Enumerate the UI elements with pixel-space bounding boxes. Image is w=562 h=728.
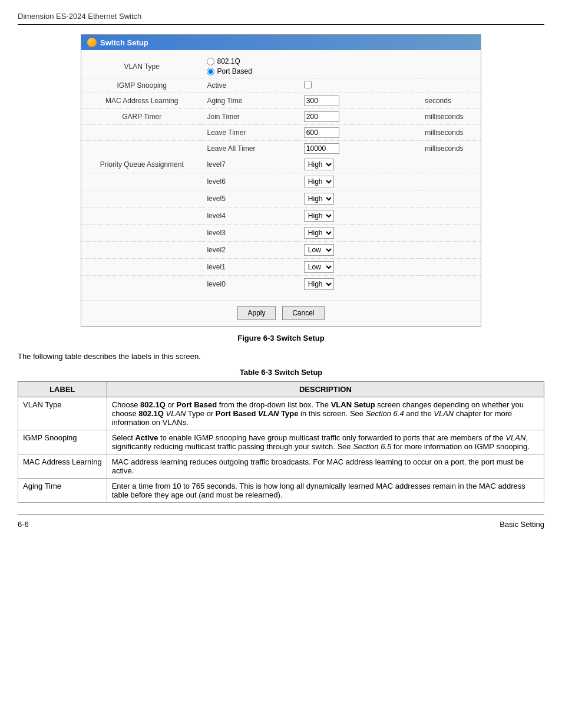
priority-level-select[interactable]: HighLow (304, 278, 334, 290)
join-timer-unit: milliseconds (420, 109, 481, 125)
switch-setup-title-text: Switch Setup (100, 38, 148, 47)
aging-time-unit: seconds (420, 93, 481, 109)
priority-level-name: level7 (202, 156, 299, 173)
leave-all-timer-row: Leave All Timer 10000 milliseconds (81, 141, 481, 157)
vlan-portbased-radio[interactable] (207, 68, 214, 75)
vlan-portbased-label: Port Based (217, 67, 252, 75)
figure-caption: Figure 6-3 Switch Setup (18, 334, 544, 342)
priority-level-select[interactable]: HighLow (304, 176, 334, 187)
page-footer: 6-6 Basic Setting (18, 515, 544, 529)
priority-queue-label: Priority Queue Assignment (81, 156, 202, 173)
join-timer-row: GARP Timer Join Timer 200 milliseconds (81, 109, 481, 125)
priority-level-select[interactable]: HighLow (304, 244, 334, 256)
leave-timer-label: Leave Timer (202, 125, 299, 141)
igmp-active-label: Active (202, 78, 299, 93)
desc-table-row: MAC Address LearningMAC address learning… (18, 454, 544, 479)
priority-level-row: Priority Queue Assignmentlevel7HighLow (81, 156, 481, 173)
igmp-snooping-row: IGMP Snooping Active (81, 78, 481, 93)
vlan-type-row: VLAN Type 802.1Q Port Based (81, 55, 481, 78)
form-buttons: Apply Cancel (81, 301, 481, 320)
switch-setup-form: VLAN Type 802.1Q Port Based IGMP Snoopin… (81, 55, 481, 156)
priority-level-row: level5HighLow (81, 190, 481, 207)
priority-level-select[interactable]: HighLow (304, 261, 334, 273)
priority-queue-table: Priority Queue Assignmentlevel7HighLowle… (81, 156, 481, 292)
priority-level-row: level6HighLow (81, 173, 481, 190)
desc-description-cell: Select Active to enable IGMP snooping ha… (107, 430, 544, 454)
igmp-snooping-label: IGMP Snooping (81, 78, 202, 93)
apply-button[interactable]: Apply (237, 306, 275, 320)
desc-label-cell: VLAN Type (18, 397, 107, 430)
priority-level-name: level0 (202, 276, 299, 293)
aging-time-input[interactable]: 300 (304, 95, 339, 106)
desc-label-cell: IGMP Snooping (18, 430, 107, 454)
vlan-802q-row: 802.1Q (207, 57, 415, 65)
vlan-802q-label: 802.1Q (217, 57, 240, 65)
vlan-802q-radio[interactable] (207, 58, 214, 65)
desc-col-header: DESCRIPTION (107, 382, 544, 397)
desc-table-row: VLAN TypeChoose 802.1Q or Port Based fro… (18, 397, 544, 430)
footer-right: Basic Setting (500, 520, 544, 529)
priority-level-name: level5 (202, 190, 299, 207)
desc-table-row: IGMP SnoopingSelect Active to enable IGM… (18, 430, 544, 454)
vlan-portbased-row: Port Based (207, 67, 415, 75)
description-text: The following table describes the labels… (18, 352, 544, 361)
mac-aging-row: MAC Address Learning Aging Time 300 seco… (81, 93, 481, 109)
desc-label-cell: MAC Address Learning (18, 454, 107, 479)
desc-description-cell: Enter a time from 10 to 765 seconds. Thi… (107, 479, 544, 503)
leave-all-timer-unit: milliseconds (420, 141, 481, 157)
desc-label-cell: Aging Time (18, 479, 107, 503)
switch-setup-title-bar: Switch Setup (81, 35, 481, 50)
join-timer-label: Join Timer (202, 109, 299, 125)
priority-level-name: level1 (202, 259, 299, 276)
description-table: LABEL DESCRIPTION VLAN TypeChoose 802.1Q… (18, 381, 544, 503)
igmp-snooping-checkbox[interactable] (304, 81, 312, 88)
label-col-header: LABEL (18, 382, 107, 397)
aging-time-label: Aging Time (202, 93, 299, 109)
desc-description-cell: Choose 802.1Q or Port Based from the dro… (107, 397, 544, 430)
desc-table-row: Aging TimeEnter a time from 10 to 765 se… (18, 479, 544, 503)
orange-circle-icon (87, 38, 97, 47)
page-header: Dimension ES-2024 Ethernet Switch (18, 12, 544, 25)
priority-level-name: level4 (202, 207, 299, 225)
leave-all-timer-label: Leave All Timer (202, 141, 299, 157)
vlan-type-label: VLAN Type (81, 55, 202, 78)
leave-timer-row: Leave Timer 600 milliseconds (81, 125, 481, 141)
priority-level-row: level3HighLow (81, 225, 481, 242)
vlan-type-options: 802.1Q Port Based (202, 55, 420, 78)
priority-level-name: level3 (202, 225, 299, 242)
leave-timer-input[interactable]: 600 (304, 127, 339, 138)
priority-level-row: level0HighLow (81, 276, 481, 293)
switch-setup-box: Switch Setup VLAN Type 802.1Q Port Based (81, 34, 481, 327)
cancel-button[interactable]: Cancel (282, 306, 324, 320)
priority-level-select[interactable]: HighLow (304, 193, 334, 205)
priority-level-select[interactable]: HighLow (304, 159, 334, 170)
priority-level-row: level2HighLow (81, 242, 481, 259)
priority-level-row: level1HighLow (81, 259, 481, 276)
garp-timer-label: GARP Timer (81, 109, 202, 125)
join-timer-input[interactable]: 200 (304, 111, 339, 122)
priority-level-name: level2 (202, 242, 299, 259)
priority-level-row: level4HighLow (81, 207, 481, 225)
priority-level-select[interactable]: HighLow (304, 210, 334, 222)
footer-left: 6-6 (18, 520, 29, 529)
mac-learning-label: MAC Address Learning (81, 93, 202, 109)
leave-timer-unit: milliseconds (420, 125, 481, 141)
leave-all-timer-input[interactable]: 10000 (304, 143, 339, 154)
priority-level-name: level6 (202, 173, 299, 190)
desc-table-header-row: LABEL DESCRIPTION (18, 382, 544, 397)
priority-level-select[interactable]: HighLow (304, 227, 334, 239)
table-caption: Table 6-3 Switch Setup (18, 368, 544, 377)
desc-description-cell: MAC address learning reduces outgoing tr… (107, 454, 544, 479)
